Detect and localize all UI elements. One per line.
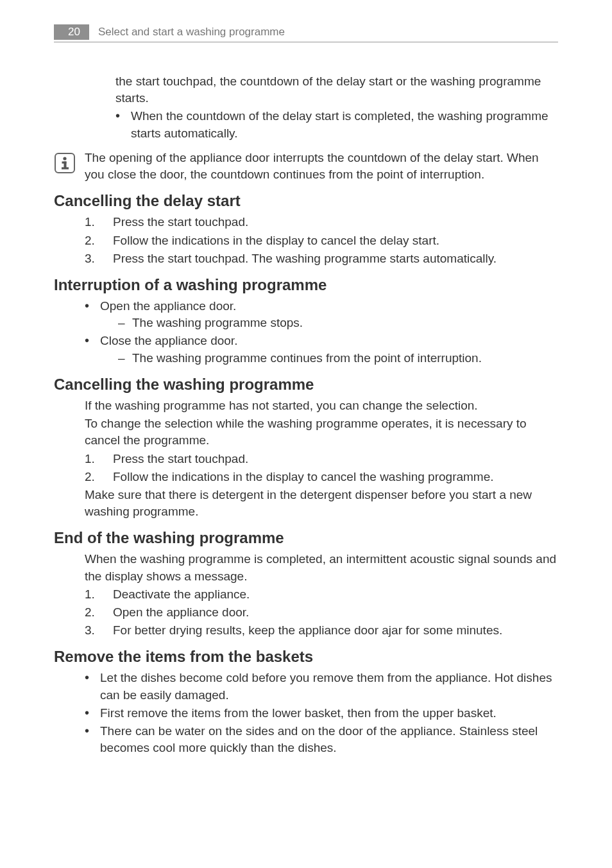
cancel-wash-block: If the washing programme has not started… <box>85 397 558 521</box>
sub-list-item: The washing programme stops. <box>118 315 558 331</box>
info-note-text: The opening of the appliance door interr… <box>85 150 558 183</box>
list-item: Close the appliance door. The washing pr… <box>85 333 558 366</box>
list-item: Deactivate the appliance. <box>85 586 558 603</box>
heading-remove: Remove the items from the baskets <box>54 648 558 666</box>
list-item: First remove the items from the lower ba… <box>85 705 558 722</box>
cancel-wash-outro: Make sure that there is detergent in the… <box>85 487 558 520</box>
page-content: the start touchpad, the countdown of the… <box>54 42 558 757</box>
interruption-list: Open the appliance door. The washing pro… <box>85 298 558 367</box>
intro-bullet-item: When the countdown of the delay start is… <box>115 108 558 141</box>
page-header: 20 Select and start a washing programme <box>54 24 558 42</box>
cancel-wash-steps: Press the start touchpad. Follow the ind… <box>85 451 558 485</box>
svg-point-1 <box>63 157 66 160</box>
cancel-delay-steps: Press the start touchpad. Follow the ind… <box>85 214 558 267</box>
bullet-text: Close the appliance door. <box>100 334 237 347</box>
heading-cancel-wash: Cancelling the washing programme <box>54 376 558 394</box>
sub-list-item: The washing programme continues from the… <box>118 350 558 367</box>
remove-block: Let the dishes become cold before you re… <box>85 670 558 756</box>
list-item: Open the appliance door. <box>85 604 558 621</box>
sub-list: The washing programme continues from the… <box>118 350 558 367</box>
remove-list: Let the dishes become cold before you re… <box>85 670 558 756</box>
list-item: Follow the indications in the display to… <box>85 232 558 249</box>
info-note-row: The opening of the appliance door interr… <box>54 150 558 183</box>
svg-rect-4 <box>62 167 69 169</box>
end-steps: Deactivate the appliance. Open the appli… <box>85 586 558 639</box>
list-item: For better drying results, keep the appl… <box>85 622 558 639</box>
end-intro: When the washing programme is completed,… <box>85 551 558 584</box>
list-item: There can be water on the sides and on t… <box>85 723 558 756</box>
continuation-text: the start touchpad, the countdown of the… <box>115 73 558 107</box>
list-item: Press the start touchpad. <box>85 451 558 467</box>
continuation-block: the start touchpad, the countdown of the… <box>115 73 558 142</box>
heading-end: End of the washing programme <box>54 529 558 547</box>
list-item: Press the start touchpad. The washing pr… <box>85 250 558 267</box>
intro-bullet-list: When the countdown of the delay start is… <box>115 108 558 141</box>
cancel-wash-intro1: If the washing programme has not started… <box>85 397 558 414</box>
list-item: Let the dishes become cold before you re… <box>85 670 558 703</box>
end-block: When the washing programme is completed,… <box>85 551 558 639</box>
list-item: Follow the indications in the display to… <box>85 469 558 485</box>
bullet-text: Open the appliance door. <box>100 299 236 313</box>
cancel-delay-block: Press the start touchpad. Follow the ind… <box>85 214 558 267</box>
list-item: Open the appliance door. The washing pro… <box>85 298 558 331</box>
page-number: 20 <box>54 24 89 40</box>
cancel-wash-intro2: To change the selection while the washin… <box>85 415 558 449</box>
sub-list: The washing programme stops. <box>118 315 558 331</box>
interruption-block: Open the appliance door. The washing pro… <box>85 298 558 367</box>
info-icon <box>54 152 76 174</box>
heading-interruption: Interruption of a washing programme <box>54 276 558 294</box>
page-title: Select and start a washing programme <box>98 26 285 39</box>
heading-cancel-delay: Cancelling the delay start <box>54 192 558 210</box>
list-item: Press the start touchpad. <box>85 214 558 230</box>
